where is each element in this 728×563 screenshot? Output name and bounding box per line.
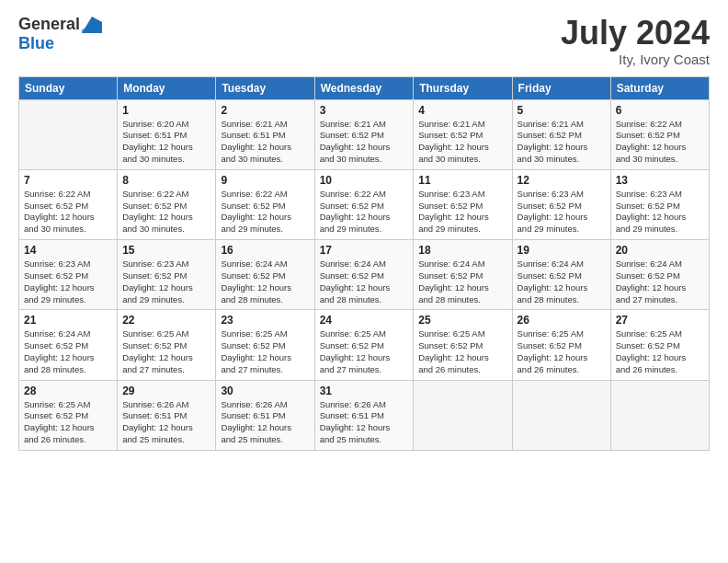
calendar-cell: 11Sunrise: 6:23 AMSunset: 6:52 PMDayligh… bbox=[414, 169, 512, 239]
day-number: 3 bbox=[320, 104, 409, 117]
calendar-cell: 6Sunrise: 6:22 AMSunset: 6:52 PMDaylight… bbox=[610, 99, 709, 169]
calendar-cell: 8Sunrise: 6:22 AMSunset: 6:52 PMDaylight… bbox=[118, 169, 216, 239]
logo-general-text: General bbox=[18, 15, 80, 34]
day-info: Sunrise: 6:26 AMSunset: 6:51 PMDaylight:… bbox=[320, 399, 409, 446]
calendar-cell: 24Sunrise: 6:25 AMSunset: 6:52 PMDayligh… bbox=[314, 310, 414, 380]
day-info: Sunrise: 6:25 AMSunset: 6:52 PMDaylight:… bbox=[616, 328, 704, 375]
day-info: Sunrise: 6:23 AMSunset: 6:52 PMDaylight:… bbox=[418, 189, 506, 236]
calendar-week-5: 28Sunrise: 6:25 AMSunset: 6:52 PMDayligh… bbox=[19, 380, 710, 450]
day-info: Sunrise: 6:24 AMSunset: 6:52 PMDaylight:… bbox=[320, 259, 409, 305]
col-friday: Friday bbox=[512, 76, 610, 99]
calendar-table: Sunday Monday Tuesday Wednesday Thursday… bbox=[18, 76, 710, 451]
day-info: Sunrise: 6:25 AMSunset: 6:52 PMDaylight:… bbox=[518, 328, 606, 375]
day-number: 13 bbox=[616, 174, 704, 187]
day-info: Sunrise: 6:21 AMSunset: 6:52 PMDaylight:… bbox=[518, 119, 606, 166]
calendar-cell: 5Sunrise: 6:21 AMSunset: 6:52 PMDaylight… bbox=[512, 99, 610, 169]
day-info: Sunrise: 6:22 AMSunset: 6:52 PMDaylight:… bbox=[320, 189, 409, 236]
calendar-cell: 25Sunrise: 6:25 AMSunset: 6:52 PMDayligh… bbox=[414, 310, 512, 380]
calendar-cell: 27Sunrise: 6:25 AMSunset: 6:52 PMDayligh… bbox=[610, 310, 709, 380]
calendar-cell: 20Sunrise: 6:24 AMSunset: 6:52 PMDayligh… bbox=[610, 240, 709, 310]
calendar-cell: 19Sunrise: 6:24 AMSunset: 6:52 PMDayligh… bbox=[512, 240, 610, 310]
col-sunday: Sunday bbox=[19, 76, 118, 99]
day-number: 22 bbox=[122, 314, 210, 327]
calendar-cell: 21Sunrise: 6:24 AMSunset: 6:52 PMDayligh… bbox=[19, 310, 118, 380]
day-number: 15 bbox=[122, 244, 210, 257]
day-info: Sunrise: 6:23 AMSunset: 6:52 PMDaylight:… bbox=[122, 259, 210, 305]
day-info: Sunrise: 6:20 AMSunset: 6:51 PMDaylight:… bbox=[122, 119, 210, 166]
day-info: Sunrise: 6:23 AMSunset: 6:52 PMDaylight:… bbox=[616, 189, 704, 236]
day-info: Sunrise: 6:23 AMSunset: 6:52 PMDaylight:… bbox=[518, 189, 606, 236]
day-number: 29 bbox=[122, 385, 210, 397]
day-info: Sunrise: 6:25 AMSunset: 6:52 PMDaylight:… bbox=[122, 328, 210, 375]
location: Ity, Ivory Coast bbox=[561, 52, 710, 67]
day-number: 5 bbox=[518, 104, 606, 117]
day-number: 20 bbox=[616, 244, 704, 257]
day-number: 7 bbox=[24, 174, 112, 187]
day-info: Sunrise: 6:24 AMSunset: 6:52 PMDaylight:… bbox=[616, 259, 704, 305]
logo-icon bbox=[82, 17, 102, 33]
day-number: 16 bbox=[221, 244, 309, 257]
calendar-cell: 29Sunrise: 6:26 AMSunset: 6:51 PMDayligh… bbox=[118, 380, 216, 450]
day-info: Sunrise: 6:25 AMSunset: 6:52 PMDaylight:… bbox=[24, 399, 112, 446]
day-number: 6 bbox=[616, 104, 704, 117]
day-info: Sunrise: 6:22 AMSunset: 6:52 PMDaylight:… bbox=[122, 189, 210, 236]
day-number: 1 bbox=[122, 104, 210, 117]
calendar-cell: 22Sunrise: 6:25 AMSunset: 6:52 PMDayligh… bbox=[118, 310, 216, 380]
day-number: 28 bbox=[24, 385, 112, 397]
month-year: July 2024 bbox=[561, 15, 710, 52]
calendar-cell: 13Sunrise: 6:23 AMSunset: 6:52 PMDayligh… bbox=[610, 169, 709, 239]
day-number: 10 bbox=[320, 174, 409, 187]
calendar-cell: 30Sunrise: 6:26 AMSunset: 6:51 PMDayligh… bbox=[216, 380, 314, 450]
calendar-cell: 12Sunrise: 6:23 AMSunset: 6:52 PMDayligh… bbox=[512, 169, 610, 239]
day-info: Sunrise: 6:24 AMSunset: 6:52 PMDaylight:… bbox=[418, 259, 506, 305]
day-number: 23 bbox=[221, 314, 309, 327]
title-block: July 2024 Ity, Ivory Coast bbox=[561, 15, 710, 67]
day-number: 2 bbox=[221, 104, 309, 117]
calendar-cell: 26Sunrise: 6:25 AMSunset: 6:52 PMDayligh… bbox=[512, 310, 610, 380]
day-number: 25 bbox=[418, 314, 506, 327]
calendar-cell: 9Sunrise: 6:22 AMSunset: 6:52 PMDaylight… bbox=[216, 169, 314, 239]
calendar-week-2: 7Sunrise: 6:22 AMSunset: 6:52 PMDaylight… bbox=[19, 169, 710, 239]
col-thursday: Thursday bbox=[414, 76, 512, 99]
calendar-cell: 28Sunrise: 6:25 AMSunset: 6:52 PMDayligh… bbox=[19, 380, 118, 450]
calendar-cell: 10Sunrise: 6:22 AMSunset: 6:52 PMDayligh… bbox=[314, 169, 414, 239]
calendar-week-4: 21Sunrise: 6:24 AMSunset: 6:52 PMDayligh… bbox=[19, 310, 710, 380]
calendar-cell bbox=[512, 380, 610, 450]
calendar-week-3: 14Sunrise: 6:23 AMSunset: 6:52 PMDayligh… bbox=[19, 240, 710, 310]
calendar-cell: 4Sunrise: 6:21 AMSunset: 6:52 PMDaylight… bbox=[414, 99, 512, 169]
calendar-cell: 3Sunrise: 6:21 AMSunset: 6:52 PMDaylight… bbox=[314, 99, 414, 169]
day-number: 11 bbox=[418, 174, 506, 187]
header: General Blue July 2024 Ity, Ivory Coast bbox=[18, 15, 710, 67]
day-number: 27 bbox=[616, 314, 704, 327]
day-number: 4 bbox=[418, 104, 506, 117]
day-info: Sunrise: 6:21 AMSunset: 6:51 PMDaylight:… bbox=[221, 119, 309, 166]
calendar-cell: 16Sunrise: 6:24 AMSunset: 6:52 PMDayligh… bbox=[216, 240, 314, 310]
calendar-header-row: Sunday Monday Tuesday Wednesday Thursday… bbox=[19, 76, 710, 99]
day-number: 12 bbox=[518, 174, 606, 187]
day-number: 24 bbox=[320, 314, 409, 327]
day-number: 18 bbox=[418, 244, 506, 257]
day-info: Sunrise: 6:24 AMSunset: 6:52 PMDaylight:… bbox=[221, 259, 309, 305]
calendar-cell: 17Sunrise: 6:24 AMSunset: 6:52 PMDayligh… bbox=[314, 240, 414, 310]
day-info: Sunrise: 6:24 AMSunset: 6:52 PMDaylight:… bbox=[518, 259, 606, 305]
day-info: Sunrise: 6:26 AMSunset: 6:51 PMDaylight:… bbox=[221, 399, 309, 446]
day-info: Sunrise: 6:23 AMSunset: 6:52 PMDaylight:… bbox=[24, 259, 112, 305]
day-info: Sunrise: 6:21 AMSunset: 6:52 PMDaylight:… bbox=[418, 119, 506, 166]
col-wednesday: Wednesday bbox=[314, 76, 414, 99]
day-info: Sunrise: 6:26 AMSunset: 6:51 PMDaylight:… bbox=[122, 399, 210, 446]
logo: General Blue bbox=[18, 15, 102, 53]
day-number: 30 bbox=[221, 385, 309, 397]
day-info: Sunrise: 6:24 AMSunset: 6:52 PMDaylight:… bbox=[24, 328, 112, 375]
calendar-cell: 23Sunrise: 6:25 AMSunset: 6:52 PMDayligh… bbox=[216, 310, 314, 380]
logo-blue-text: Blue bbox=[18, 34, 54, 53]
col-saturday: Saturday bbox=[610, 76, 709, 99]
col-tuesday: Tuesday bbox=[216, 76, 314, 99]
day-number: 17 bbox=[320, 244, 409, 257]
day-info: Sunrise: 6:22 AMSunset: 6:52 PMDaylight:… bbox=[24, 189, 112, 236]
calendar-cell: 31Sunrise: 6:26 AMSunset: 6:51 PMDayligh… bbox=[314, 380, 414, 450]
day-number: 19 bbox=[518, 244, 606, 257]
day-number: 21 bbox=[24, 314, 112, 327]
day-info: Sunrise: 6:25 AMSunset: 6:52 PMDaylight:… bbox=[221, 328, 309, 375]
calendar-cell: 15Sunrise: 6:23 AMSunset: 6:52 PMDayligh… bbox=[118, 240, 216, 310]
calendar-cell: 14Sunrise: 6:23 AMSunset: 6:52 PMDayligh… bbox=[19, 240, 118, 310]
